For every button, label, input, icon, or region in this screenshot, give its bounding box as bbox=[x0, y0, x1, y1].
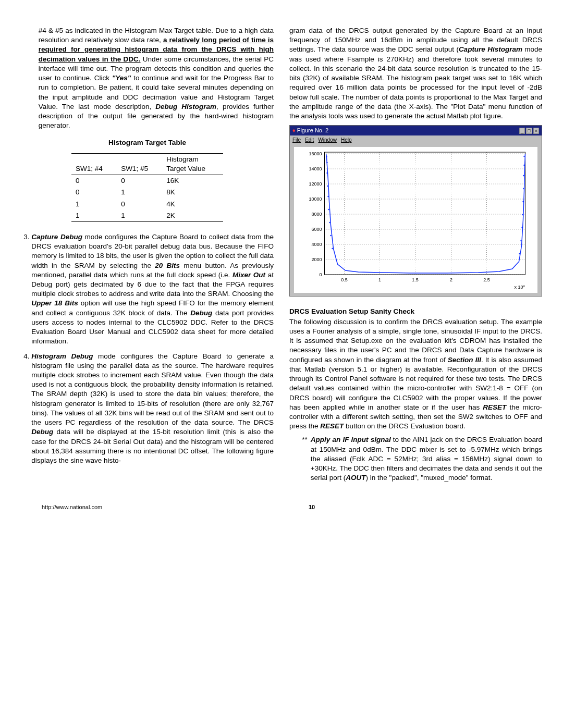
svg-text:4000: 4000 bbox=[311, 242, 322, 247]
figure-titlebar[interactable]: ♦ Figure No. 2 _□× bbox=[290, 126, 542, 135]
svg-point-46 bbox=[520, 240, 521, 241]
svg-text:1.5: 1.5 bbox=[412, 277, 419, 282]
svg-text:10000: 10000 bbox=[309, 196, 322, 202]
svg-point-41 bbox=[523, 175, 524, 176]
svg-point-43 bbox=[522, 201, 523, 202]
svg-point-38 bbox=[332, 248, 333, 249]
svg-text:2: 2 bbox=[450, 277, 452, 282]
svg-point-40 bbox=[523, 164, 524, 165]
svg-text:2.5: 2.5 bbox=[483, 277, 490, 282]
svg-text:1: 1 bbox=[378, 277, 381, 282]
maximize-icon[interactable]: □ bbox=[526, 128, 532, 134]
star-list: ** Apply an IF input signal to the AIN1 … bbox=[289, 435, 542, 483]
svg-point-45 bbox=[521, 227, 522, 228]
table-title: Histogram Target Table bbox=[21, 138, 274, 147]
footer-url: http://www.national.com bbox=[42, 503, 102, 511]
svg-text:8000: 8000 bbox=[311, 212, 322, 217]
svg-point-31 bbox=[326, 162, 327, 163]
para-sanity: The following discussion is to confirm t… bbox=[289, 317, 542, 431]
figure-menubar[interactable]: FileEditWindowHelp bbox=[290, 135, 542, 145]
right-column: gram data of the DRCS output generated b… bbox=[289, 26, 542, 483]
svg-text:0: 0 bbox=[319, 272, 322, 277]
svg-text:x 10⁴: x 10⁴ bbox=[514, 285, 525, 290]
svg-point-32 bbox=[326, 172, 327, 173]
svg-point-47 bbox=[519, 253, 520, 254]
svg-text:14000: 14000 bbox=[309, 166, 322, 171]
svg-point-37 bbox=[330, 235, 331, 236]
list-item-capture-debug: Capture Debug mode configures the Captur… bbox=[31, 232, 274, 347]
svg-point-36 bbox=[329, 221, 330, 223]
page-footer: http://www.national.com 10 bbox=[21, 503, 542, 511]
close-icon[interactable]: × bbox=[533, 128, 539, 134]
svg-rect-0 bbox=[325, 152, 525, 275]
svg-point-39 bbox=[523, 155, 524, 156]
mode-list: Capture Debug mode configures the Captur… bbox=[21, 232, 274, 465]
section-sanity-check: DRCS Evaluation Setup Sanity Check bbox=[289, 307, 542, 316]
page-number: 10 bbox=[309, 503, 315, 511]
para-histogram-intro: #4 & #5 as indicated in the Histogram Ma… bbox=[21, 26, 274, 130]
figure-window: ♦ Figure No. 2 _□× FileEditWindowHelp bbox=[289, 125, 542, 296]
left-column: #4 & #5 as indicated in the Histogram Ma… bbox=[21, 26, 274, 483]
list-item: ** Apply an IF input signal to the AIN1 … bbox=[302, 435, 542, 483]
svg-point-34 bbox=[327, 195, 328, 196]
svg-text:12000: 12000 bbox=[309, 181, 322, 187]
table-row: 0016K bbox=[71, 175, 223, 187]
svg-text:0.5: 0.5 bbox=[341, 277, 348, 282]
svg-point-33 bbox=[327, 185, 328, 186]
plot-area: 0 2000 4000 6000 8000 10000 12000 14000 … bbox=[294, 147, 537, 293]
svg-point-35 bbox=[328, 208, 329, 209]
svg-point-44 bbox=[522, 214, 523, 215]
minimize-icon[interactable]: _ bbox=[519, 128, 525, 134]
list-item-histogram-debug: Histogram Debug mode configures the Capt… bbox=[31, 352, 274, 466]
svg-point-30 bbox=[326, 155, 327, 156]
para-histogram-cont: gram data of the DRCS output generated b… bbox=[289, 26, 542, 121]
svg-text:16000: 16000 bbox=[309, 151, 322, 156]
table-row: 018K bbox=[71, 187, 223, 198]
table-row: 112K bbox=[71, 210, 223, 222]
svg-text:2000: 2000 bbox=[311, 257, 322, 262]
histogram-target-table: SW1; #4 SW1; #5 HistogramTarget Value 00… bbox=[71, 153, 223, 222]
svg-point-42 bbox=[523, 188, 524, 189]
svg-text:6000: 6000 bbox=[311, 227, 322, 232]
table-row: 104K bbox=[71, 199, 223, 210]
